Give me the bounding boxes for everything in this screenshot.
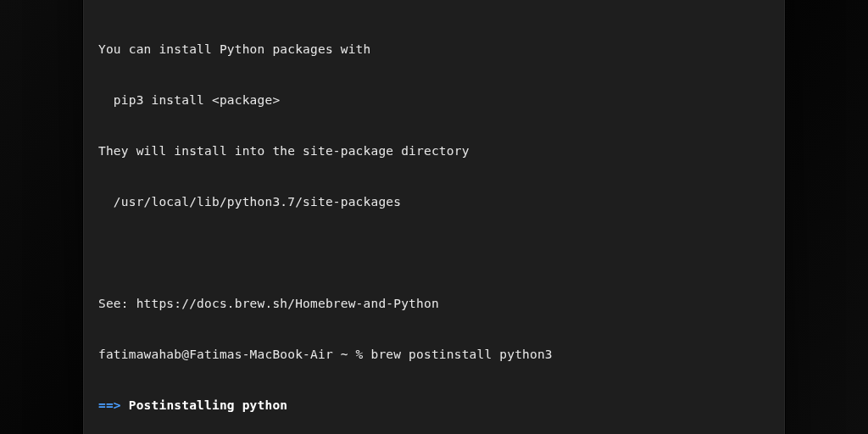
terminal-body[interactable]: Unversioned symlinks `python`, `python-c…: [83, 0, 785, 434]
output-line: You can install Python packages with: [98, 41, 770, 58]
output-line: See: https://docs.brew.sh/Homebrew-and-P…: [98, 295, 770, 312]
output-line: ==> Postinstalling python: [98, 397, 770, 414]
output-line: [98, 244, 770, 261]
arrow-icon: ==>: [98, 398, 121, 412]
output-line: /usr/local/lib/python3.7/site-packages: [98, 193, 770, 210]
output-line: They will install into the site-package …: [98, 142, 770, 159]
output-line: pip3 install <package>: [98, 92, 770, 108]
prompt-line: fatimawahab@Fatimas-MacBook-Air ~ % brew…: [98, 346, 770, 363]
output-line: [98, 0, 770, 7]
terminal-window: fatimawahab — -zsh — 80×17 Unversioned s…: [83, 0, 785, 434]
status-text: Postinstalling python: [121, 398, 287, 412]
